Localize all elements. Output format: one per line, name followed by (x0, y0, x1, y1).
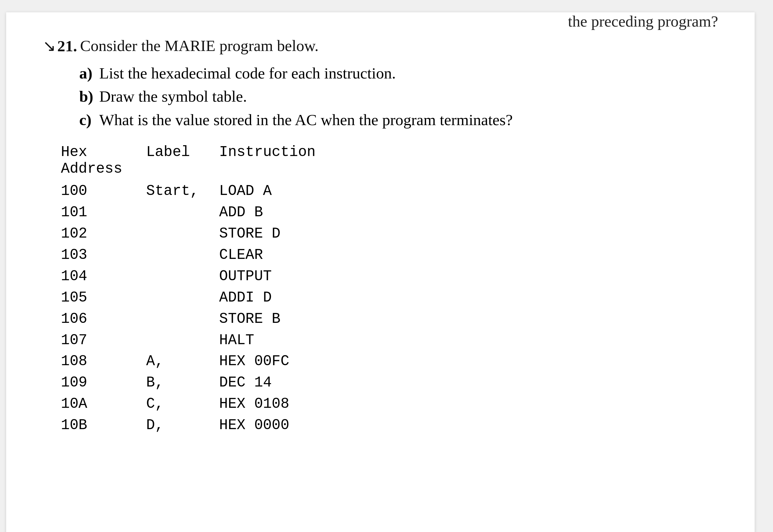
table-row: 109 B, DEC 14 (61, 374, 718, 391)
row-label-0: Start, (146, 183, 219, 199)
sub-label-a: a) (79, 64, 94, 82)
row-label-10: C, (146, 396, 219, 412)
row-instruction-4: OUTPUT (219, 268, 371, 285)
question-text: Consider the MARIE program below. (80, 37, 319, 55)
sub-question-a: a) List the hexadecimal code for each in… (79, 64, 718, 82)
table-row: 106 STORE B (61, 310, 718, 327)
row-hex-0: 100 (61, 183, 146, 199)
sub-text-c: What is the value stored in the AC when … (99, 111, 513, 129)
page: the preceding program? ↘21. Consider the… (6, 12, 755, 532)
row-instruction-11: HEX 0000 (219, 417, 371, 433)
table-row: 107 HALT (61, 332, 718, 348)
table-row: 100 Start, LOAD A (61, 183, 718, 199)
row-instruction-7: HALT (219, 332, 371, 348)
program-table: Hex Address Label Instruction 100 Start,… (61, 144, 718, 433)
sub-label-b: b) (79, 87, 94, 105)
sub-text-b: Draw the symbol table. (99, 87, 247, 105)
row-hex-8: 108 (61, 353, 146, 369)
row-instruction-0: LOAD A (219, 183, 371, 199)
table-row: 103 CLEAR (61, 247, 718, 263)
table-row: 102 STORE D (61, 226, 718, 242)
table-row: 104 OUTPUT (61, 268, 718, 285)
row-instruction-10: HEX 0108 (219, 396, 371, 412)
sub-question-c: c) What is the value stored in the AC wh… (79, 111, 718, 129)
row-instruction-1: ADD B (219, 204, 371, 221)
row-hex-6: 106 (61, 310, 146, 327)
row-label-8: A, (146, 353, 219, 369)
header-label: Label (146, 144, 219, 177)
row-hex-2: 102 (61, 226, 146, 242)
row-hex-3: 103 (61, 247, 146, 263)
sub-text-a: List the hexadecimal code for each instr… (99, 64, 396, 82)
row-instruction-8: HEX 00FC (219, 353, 371, 369)
table-row: 108 A, HEX 00FC (61, 353, 718, 369)
row-hex-10: 10A (61, 396, 146, 412)
header-hex: Hex Address (61, 144, 146, 177)
row-hex-1: 101 (61, 204, 146, 221)
sub-question-b: b) Draw the symbol table. (79, 87, 718, 105)
header-instruction: Instruction (219, 144, 371, 177)
row-instruction-9: DEC 14 (219, 374, 371, 391)
sub-label-c: c) (79, 111, 94, 129)
row-hex-7: 107 (61, 332, 146, 348)
row-instruction-5: ADDI D (219, 289, 371, 306)
row-instruction-2: STORE D (219, 226, 371, 242)
top-right-text: the preceding program? (568, 12, 718, 30)
question-block: ↘21. Consider the MARIE program below. a… (43, 37, 718, 433)
row-label-9: B, (146, 374, 219, 391)
question-number: ↘21. (43, 37, 77, 55)
row-instruction-3: CLEAR (219, 247, 371, 263)
table-row: 10B D, HEX 0000 (61, 417, 718, 433)
table-row: 10A C, HEX 0108 (61, 396, 718, 412)
row-instruction-6: STORE B (219, 310, 371, 327)
row-label-11: D, (146, 417, 219, 433)
row-hex-9: 109 (61, 374, 146, 391)
sub-questions: a) List the hexadecimal code for each in… (79, 64, 718, 129)
question-number-line: ↘21. Consider the MARIE program below. (43, 37, 718, 55)
row-hex-4: 104 (61, 268, 146, 285)
table-row: 105 ADDI D (61, 289, 718, 306)
table-header: Hex Address Label Instruction (61, 144, 718, 177)
row-hex-11: 10B (61, 417, 146, 433)
row-hex-5: 105 (61, 289, 146, 306)
table-row: 101 ADD B (61, 204, 718, 221)
